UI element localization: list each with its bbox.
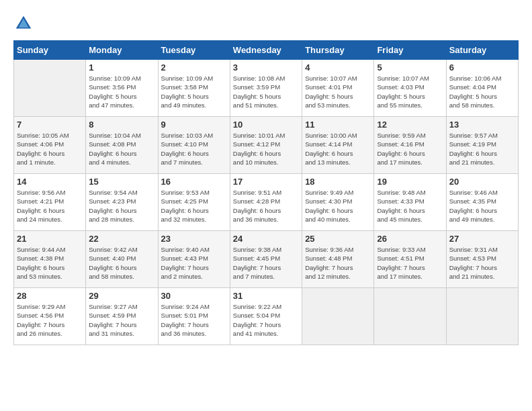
calendar-cell: 31Sunrise: 9:22 AM Sunset: 5:04 PM Dayli…: [230, 288, 302, 345]
day-number: 1: [89, 62, 154, 73]
day-number: 4: [305, 62, 371, 73]
day-number: 13: [449, 120, 515, 130]
day-info: Sunrise: 9:27 AM Sunset: 4:59 PM Dayligh…: [89, 302, 154, 338]
day-number: 24: [233, 234, 299, 244]
day-info: Sunrise: 9:40 AM Sunset: 4:43 PM Dayligh…: [161, 245, 227, 281]
day-number: 26: [377, 234, 443, 244]
day-number: 12: [377, 120, 443, 130]
day-info: Sunrise: 9:29 AM Sunset: 4:56 PM Dayligh…: [17, 302, 83, 338]
day-number: 27: [449, 234, 515, 244]
day-info: Sunrise: 9:42 AM Sunset: 4:40 PM Dayligh…: [89, 245, 154, 281]
day-number: 20: [449, 177, 515, 187]
calendar-table: SundayMondayTuesdayWednesdayThursdayFrid…: [13, 40, 519, 345]
calendar-header-row: SundayMondayTuesdayWednesdayThursdayFrid…: [14, 41, 519, 60]
calendar-cell: 21Sunrise: 9:44 AM Sunset: 4:38 PM Dayli…: [14, 231, 86, 288]
day-number: 8: [89, 120, 154, 130]
calendar-cell: 27Sunrise: 9:31 AM Sunset: 4:53 PM Dayli…: [446, 231, 518, 288]
day-number: 15: [89, 177, 154, 187]
header-day-monday: Monday: [86, 41, 158, 60]
day-number: 17: [233, 177, 299, 187]
day-info: Sunrise: 10:09 AM Sunset: 3:56 PM Daylig…: [89, 74, 154, 109]
calendar-cell: 3Sunrise: 10:08 AM Sunset: 3:59 PM Dayli…: [230, 60, 302, 117]
day-number: 29: [89, 291, 154, 301]
day-info: Sunrise: 10:06 AM Sunset: 4:04 PM Daylig…: [449, 74, 515, 109]
day-info: Sunrise: 9:53 AM Sunset: 4:25 PM Dayligh…: [161, 188, 227, 224]
calendar-cell: 23Sunrise: 9:40 AM Sunset: 4:43 PM Dayli…: [158, 231, 230, 288]
calendar-cell: 19Sunrise: 9:48 AM Sunset: 4:33 PM Dayli…: [374, 174, 446, 231]
calendar-cell: 12Sunrise: 9:59 AM Sunset: 4:16 PM Dayli…: [374, 117, 446, 174]
week-row-3: 14Sunrise: 9:56 AM Sunset: 4:21 PM Dayli…: [14, 174, 519, 231]
header-day-wednesday: Wednesday: [230, 41, 302, 60]
calendar-cell: 5Sunrise: 10:07 AM Sunset: 4:03 PM Dayli…: [374, 60, 446, 117]
week-row-5: 28Sunrise: 9:29 AM Sunset: 4:56 PM Dayli…: [14, 288, 519, 345]
day-number: 5: [377, 62, 443, 73]
calendar-cell: [14, 60, 86, 117]
day-number: 9: [161, 120, 227, 130]
header-day-saturday: Saturday: [446, 41, 518, 60]
day-info: Sunrise: 9:54 AM Sunset: 4:23 PM Dayligh…: [89, 188, 154, 224]
day-info: Sunrise: 10:03 AM Sunset: 4:10 PM Daylig…: [161, 131, 227, 167]
day-number: 2: [161, 62, 227, 73]
day-info: Sunrise: 9:59 AM Sunset: 4:16 PM Dayligh…: [377, 131, 443, 167]
day-number: 28: [17, 291, 83, 301]
day-info: Sunrise: 9:51 AM Sunset: 4:28 PM Dayligh…: [233, 188, 299, 224]
calendar-cell: 24Sunrise: 9:38 AM Sunset: 4:45 PM Dayli…: [230, 231, 302, 288]
header-day-sunday: Sunday: [14, 41, 86, 60]
day-number: 23: [161, 234, 227, 244]
day-info: Sunrise: 10:05 AM Sunset: 4:06 PM Daylig…: [17, 131, 83, 167]
day-number: 11: [305, 120, 371, 130]
calendar-cell: [374, 288, 446, 345]
day-number: 14: [17, 177, 83, 187]
week-row-1: 1Sunrise: 10:09 AM Sunset: 3:56 PM Dayli…: [14, 60, 519, 117]
day-number: 3: [233, 62, 299, 73]
day-number: 19: [377, 177, 443, 187]
day-info: Sunrise: 9:22 AM Sunset: 5:04 PM Dayligh…: [233, 302, 299, 338]
header-day-friday: Friday: [374, 41, 446, 60]
calendar-cell: 8Sunrise: 10:04 AM Sunset: 4:08 PM Dayli…: [86, 117, 158, 174]
calendar-cell: 14Sunrise: 9:56 AM Sunset: 4:21 PM Dayli…: [14, 174, 86, 231]
day-info: Sunrise: 9:56 AM Sunset: 4:21 PM Dayligh…: [17, 188, 83, 224]
calendar-cell: [302, 288, 374, 345]
day-info: Sunrise: 10:01 AM Sunset: 4:12 PM Daylig…: [233, 131, 299, 167]
day-number: 30: [161, 291, 227, 301]
header-day-thursday: Thursday: [302, 41, 374, 60]
header-day-tuesday: Tuesday: [158, 41, 230, 60]
calendar-cell: 20Sunrise: 9:46 AM Sunset: 4:35 PM Dayli…: [446, 174, 518, 231]
calendar-cell: 7Sunrise: 10:05 AM Sunset: 4:06 PM Dayli…: [14, 117, 86, 174]
calendar-cell: 15Sunrise: 9:54 AM Sunset: 4:23 PM Dayli…: [86, 174, 158, 231]
calendar-cell: 4Sunrise: 10:07 AM Sunset: 4:01 PM Dayli…: [302, 60, 374, 117]
day-number: 21: [17, 234, 83, 244]
calendar-cell: 18Sunrise: 9:49 AM Sunset: 4:30 PM Dayli…: [302, 174, 374, 231]
logo-icon: [13, 13, 34, 34]
calendar-cell: 10Sunrise: 10:01 AM Sunset: 4:12 PM Dayl…: [230, 117, 302, 174]
day-info: Sunrise: 9:44 AM Sunset: 4:38 PM Dayligh…: [17, 245, 83, 281]
day-info: Sunrise: 9:31 AM Sunset: 4:53 PM Dayligh…: [449, 245, 515, 281]
day-info: Sunrise: 9:33 AM Sunset: 4:51 PM Dayligh…: [377, 245, 443, 281]
calendar-cell: 2Sunrise: 10:09 AM Sunset: 3:58 PM Dayli…: [158, 60, 230, 117]
calendar-cell: 17Sunrise: 9:51 AM Sunset: 4:28 PM Dayli…: [230, 174, 302, 231]
calendar-cell: 29Sunrise: 9:27 AM Sunset: 4:59 PM Dayli…: [86, 288, 158, 345]
calendar-cell: [446, 288, 518, 345]
calendar-cell: 6Sunrise: 10:06 AM Sunset: 4:04 PM Dayli…: [446, 60, 518, 117]
day-info: Sunrise: 9:38 AM Sunset: 4:45 PM Dayligh…: [233, 245, 299, 281]
day-info: Sunrise: 9:24 AM Sunset: 5:01 PM Dayligh…: [161, 302, 227, 338]
day-info: Sunrise: 10:08 AM Sunset: 3:59 PM Daylig…: [233, 74, 299, 109]
day-info: Sunrise: 9:46 AM Sunset: 4:35 PM Dayligh…: [449, 188, 515, 224]
calendar-cell: 30Sunrise: 9:24 AM Sunset: 5:01 PM Dayli…: [158, 288, 230, 345]
day-info: Sunrise: 9:48 AM Sunset: 4:33 PM Dayligh…: [377, 188, 443, 224]
calendar-cell: 9Sunrise: 10:03 AM Sunset: 4:10 PM Dayli…: [158, 117, 230, 174]
day-info: Sunrise: 9:49 AM Sunset: 4:30 PM Dayligh…: [305, 188, 371, 224]
page-header: [13, 13, 519, 34]
day-info: Sunrise: 10:09 AM Sunset: 3:58 PM Daylig…: [161, 74, 227, 109]
day-number: 22: [89, 234, 154, 244]
calendar-cell: 22Sunrise: 9:42 AM Sunset: 4:40 PM Dayli…: [86, 231, 158, 288]
calendar-cell: 25Sunrise: 9:36 AM Sunset: 4:48 PM Dayli…: [302, 231, 374, 288]
day-info: Sunrise: 10:04 AM Sunset: 4:08 PM Daylig…: [89, 131, 154, 167]
calendar-cell: 26Sunrise: 9:33 AM Sunset: 4:51 PM Dayli…: [374, 231, 446, 288]
calendar-cell: 11Sunrise: 10:00 AM Sunset: 4:14 PM Dayl…: [302, 117, 374, 174]
calendar-cell: 13Sunrise: 9:57 AM Sunset: 4:19 PM Dayli…: [446, 117, 518, 174]
day-number: 31: [233, 291, 299, 301]
calendar-cell: 28Sunrise: 9:29 AM Sunset: 4:56 PM Dayli…: [14, 288, 86, 345]
day-info: Sunrise: 10:07 AM Sunset: 4:01 PM Daylig…: [305, 74, 371, 109]
calendar-body: 1Sunrise: 10:09 AM Sunset: 3:56 PM Dayli…: [14, 60, 519, 345]
